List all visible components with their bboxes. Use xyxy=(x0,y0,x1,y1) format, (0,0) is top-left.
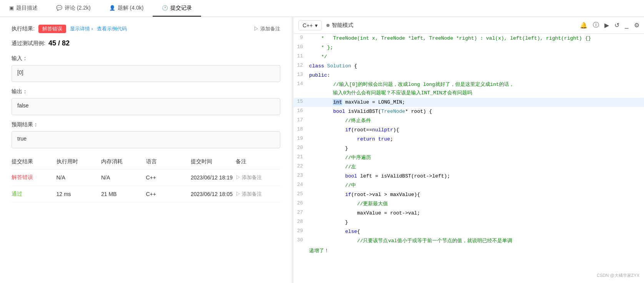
tab-description-label: 题目描述 xyxy=(16,5,38,12)
settings-icon[interactable]: ⚙ xyxy=(634,22,639,29)
language-selector[interactable]: C++ ▾ xyxy=(298,20,322,30)
line-content-17: //终止条件 xyxy=(309,117,644,125)
code-line-15: 15 int maxValue = LONG_MIN; xyxy=(294,98,644,107)
alarm-icon[interactable]: 🔔 xyxy=(580,22,587,29)
line-content-22: //左 xyxy=(309,163,644,171)
example-code-link[interactable]: 查看示例代码 xyxy=(97,25,127,32)
pass-row: 通过测试用例: 45 / 82 xyxy=(12,39,280,47)
code-line-25: 25 if(root->val > maxValue){ xyxy=(294,190,644,199)
terminal-icon[interactable]: ⎯ xyxy=(625,22,629,29)
top-tab-bar: ▣ 题目描述 💬 评论 (2.2k) 👤 题解 (4.0k) 🕐 提交记录 xyxy=(0,0,644,17)
smart-mode-toggle[interactable]: 智能模式 xyxy=(326,22,353,29)
tab-description[interactable]: ▣ 题目描述 xyxy=(0,0,47,17)
row1-result[interactable]: 解答错误 xyxy=(12,174,57,181)
bottom-comment: 递增了！ xyxy=(294,246,644,256)
col-header-lang: 语言 xyxy=(146,158,191,165)
left-panel: 执行结果: 解答错误 显示详情 › 查看示例代码 ▷ 添加备注 通过测试用例: … xyxy=(0,17,292,283)
code-line-22: 22 //左 xyxy=(294,162,644,172)
line-num-11: 11 xyxy=(294,53,309,59)
output-label: 输出： xyxy=(12,88,280,95)
result-badge: 解答错误 xyxy=(38,25,66,33)
row1-date: 2023/06/12 18:19 xyxy=(191,174,236,181)
table-row: 解答错误 N/A N/A C++ 2023/06/12 18:19 ▷ 添加备注 xyxy=(12,169,280,186)
code-editor[interactable]: 9 * TreeNode(int x, TreeNode *left, Tree… xyxy=(294,34,644,283)
undo-icon[interactable]: ↺ xyxy=(614,22,619,29)
tab-solutions[interactable]: 👤 题解 (4.0k) xyxy=(100,0,153,17)
line-content-25: if(root->val > maxValue){ xyxy=(309,191,644,199)
line-num-17: 17 xyxy=(294,117,309,123)
line-num-13: 13 xyxy=(294,71,309,77)
col-header-memory: 内存消耗 xyxy=(101,158,146,165)
expected-value: true xyxy=(12,131,280,148)
output-value: false xyxy=(12,98,280,115)
input-label: 输入： xyxy=(12,55,280,62)
table-header: 提交结果 执行用时 内存消耗 语言 提交时间 备注 xyxy=(12,154,280,169)
code-line-11: 11 */ xyxy=(294,52,644,62)
tab-comments[interactable]: 💬 评论 (2.2k) xyxy=(47,0,100,17)
line-num-10: 10 xyxy=(294,44,309,50)
line-content-27: maxValue = root->val; xyxy=(309,209,644,218)
submissions-table: 提交结果 执行用时 内存消耗 语言 提交时间 备注 解答错误 N/A N/A C… xyxy=(12,154,280,203)
code-line-9: 9 * TreeNode(int x, TreeNode *left, Tree… xyxy=(294,34,644,43)
row1-add-note-btn[interactable]: ▷ 添加备注 xyxy=(236,174,281,181)
add-note-button[interactable]: ▷ 添加备注 xyxy=(254,25,280,32)
pass-label: 通过测试用例: xyxy=(12,40,45,47)
line-content-24: //中 xyxy=(309,181,644,190)
line-content-28: } xyxy=(309,218,644,227)
line-content-16: bool isValidBST(TreeNode* root) { xyxy=(309,107,644,116)
row2-add-note-btn[interactable]: ▷ 添加备注 xyxy=(236,191,281,198)
lang-dropdown-icon: ▾ xyxy=(315,22,318,28)
line-content-14: //输入[0]的时候会出问题，改成long long就好了，但是这里定义成int… xyxy=(309,80,644,97)
line-num-27: 27 xyxy=(294,209,309,215)
comments-icon: 💬 xyxy=(56,5,62,11)
line-num-24: 24 xyxy=(294,181,309,188)
line-content-26: //更新最大值 xyxy=(309,200,644,208)
code-line-24: 24 //中 xyxy=(294,181,644,190)
right-panel: C++ ▾ 智能模式 🔔 ⓘ ▶ ↺ ⎯ ⚙ 9 * TreeNode(in xyxy=(294,17,644,283)
code-line-16: 16 bool isValidBST(TreeNode* root) { xyxy=(294,107,644,116)
code-line-18: 18 if(root==nullptr){ xyxy=(294,126,644,135)
line-content-15: int maxValue = LONG_MIN; xyxy=(309,98,644,107)
line-content-30: //只要该节点val值小于或等于前一个节点的值，就说明已经不是单调 xyxy=(309,237,644,245)
smart-mode-dot xyxy=(326,24,329,27)
tab-submissions[interactable]: 🕐 提交记录 xyxy=(153,0,201,17)
code-line-17: 17 //终止条件 xyxy=(294,116,644,126)
code-line-27: 27 maxValue = root->val; xyxy=(294,209,644,218)
line-num-20: 20 xyxy=(294,144,309,151)
line-num-19: 19 xyxy=(294,135,309,141)
line-num-18: 18 xyxy=(294,126,309,132)
smart-mode-label: 智能模式 xyxy=(332,22,353,29)
code-line-19: 19 return true; xyxy=(294,135,644,144)
row2-date: 2023/06/12 18:05 xyxy=(191,191,236,197)
info-icon[interactable]: ⓘ xyxy=(593,21,599,29)
line-num-22: 22 xyxy=(294,163,309,169)
line-num-23: 23 xyxy=(294,172,309,178)
row2-result[interactable]: 通过 xyxy=(12,191,57,198)
line-content-11: */ xyxy=(309,53,644,61)
show-detail-link[interactable]: 显示详情 › xyxy=(70,25,93,32)
line-content-10: * }; xyxy=(309,44,644,52)
line-num-28: 28 xyxy=(294,218,309,224)
row2-note[interactable]: ▷ 添加备注 xyxy=(236,191,281,198)
line-content-23: bool left = isValidBST(root->left); xyxy=(309,172,644,181)
line-content-21: //中序遍历 xyxy=(309,154,644,162)
line-content-19: return true; xyxy=(309,135,644,144)
row1-note[interactable]: ▷ 添加备注 xyxy=(236,174,281,181)
code-line-12: 12 class Solution { xyxy=(294,62,644,71)
pass-current: 45 xyxy=(48,39,56,47)
line-content-13: public: xyxy=(309,71,644,80)
toolbar-icons: 🔔 ⓘ ▶ ↺ ⎯ ⚙ xyxy=(580,21,639,29)
code-line-28: 28 } xyxy=(294,218,644,227)
code-line-26: 26 //更新最大值 xyxy=(294,199,644,209)
col-header-date: 提交时间 xyxy=(191,158,236,165)
row2-lang: C++ xyxy=(146,191,191,197)
result-label: 执行结果: xyxy=(12,25,35,32)
run-icon[interactable]: ▶ xyxy=(604,22,609,29)
code-line-20: 20 } xyxy=(294,144,644,153)
result-row: 执行结果: 解答错误 显示详情 › 查看示例代码 ▷ 添加备注 xyxy=(12,25,280,33)
col-header-time: 执行用时 xyxy=(57,158,102,165)
line-num-25: 25 xyxy=(294,191,309,197)
row1-time: N/A xyxy=(57,174,102,181)
code-line-21: 21 //中序遍历 xyxy=(294,153,644,162)
line-content-29: else{ xyxy=(309,228,644,236)
